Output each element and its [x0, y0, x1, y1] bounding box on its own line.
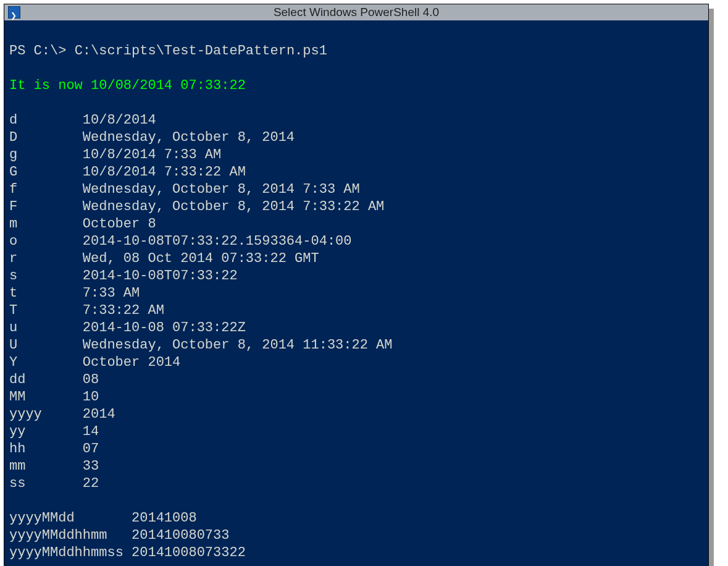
pattern-key: dd	[9, 371, 83, 389]
pattern-row: UWednesday, October 8, 2014 11:33:22 AM	[9, 337, 703, 354]
pattern-value: 10	[83, 389, 99, 405]
pattern-row: dd08	[9, 371, 703, 389]
pattern-value: 7:33:22 AM	[83, 303, 164, 318]
pattern-key: m	[9, 216, 83, 233]
pattern-key: o	[9, 233, 83, 250]
pattern-row: o2014-10-08T07:33:22.1593364-04:00	[9, 233, 703, 250]
pattern-row: YOctober 2014	[9, 354, 703, 371]
pattern-key: f	[9, 181, 83, 198]
pattern-key: yyyyMMddhhmm	[9, 527, 132, 544]
pattern-value: 201410080733	[132, 528, 229, 543]
pattern-row: yyyyMMdd20141008	[9, 510, 703, 527]
pattern-row: DWednesday, October 8, 2014	[9, 129, 703, 146]
pattern-key: yyyy	[9, 406, 83, 423]
pattern-key: yyyyMMdd	[9, 510, 132, 527]
pattern-key: r	[9, 250, 83, 268]
pattern-value: 10/8/2014 7:33 AM	[83, 147, 221, 163]
pattern-row: d10/8/2014	[9, 112, 703, 129]
pattern-value: 7:33 AM	[83, 285, 140, 301]
pattern-value: 20141008	[132, 510, 197, 526]
pattern-value: Wednesday, October 8, 2014 11:33:22 AM	[83, 337, 393, 353]
pattern-row: T7:33:22 AM	[9, 302, 703, 319]
pattern-key: G	[9, 164, 83, 181]
pattern-value: Wednesday, October 8, 2014 7:33 AM	[83, 182, 360, 197]
pattern-key: Y	[9, 354, 83, 371]
pattern-row: ss22	[9, 475, 703, 492]
pattern-value: 33	[83, 458, 99, 474]
pattern-value: Wednesday, October 8, 2014	[83, 130, 295, 145]
pattern-value: 2014-10-08T07:33:22	[83, 268, 238, 284]
pattern-key: MM	[9, 389, 83, 406]
powershell-window: Select Windows PowerShell 4.0 PS C:\> C:…	[4, 4, 709, 566]
command-line: PS C:\> C:\scripts\Test-DatePattern.ps1	[9, 43, 703, 60]
pattern-row: yyyyMMddhhmm201410080733	[9, 527, 703, 544]
command: C:\scripts\Test-DatePattern.ps1	[75, 43, 327, 59]
pattern-value: 10/8/2014 7:33:22 AM	[83, 164, 246, 180]
pattern-value: 2014-10-08T07:33:22.1593364-04:00	[83, 234, 352, 249]
pattern-value: 20141008073322	[132, 545, 246, 560]
now-line: It is now 10/08/2014 07:33:22	[9, 77, 703, 95]
pattern-row: rWed, 08 Oct 2014 07:33:22 GMT	[9, 250, 703, 268]
pattern-key: hh	[9, 441, 83, 458]
pattern-value: 14	[83, 424, 99, 439]
pattern-row: yyyy2014	[9, 406, 703, 423]
pattern-value: 22	[83, 476, 99, 491]
pattern-row: yy14	[9, 423, 703, 441]
pattern-key: yyyyMMddhhmmss	[9, 544, 132, 562]
pattern-row: mm33	[9, 458, 703, 475]
prompt: PS C:\>	[9, 43, 66, 59]
pattern-row: g10/8/2014 7:33 AM	[9, 146, 703, 164]
pattern-value: Wed, 08 Oct 2014 07:33:22 GMT	[83, 251, 319, 266]
pattern-value: Wednesday, October 8, 2014 7:33:22 AM	[83, 199, 384, 214]
pattern-row: G10/8/2014 7:33:22 AM	[9, 164, 703, 181]
pattern-row: FWednesday, October 8, 2014 7:33:22 AM	[9, 198, 703, 216]
pattern-row: MM10	[9, 389, 703, 406]
pattern-value: 08	[83, 372, 99, 387]
pattern-value: 10/8/2014	[83, 112, 156, 128]
powershell-icon	[8, 6, 20, 19]
pattern-value: 07	[83, 441, 99, 457]
pattern-row: u2014-10-08 07:33:22Z	[9, 319, 703, 337]
pattern-row: hh07	[9, 441, 703, 458]
pattern-key: s	[9, 268, 83, 285]
pattern-key: g	[9, 146, 83, 164]
pattern-key: F	[9, 198, 83, 216]
pattern-row: fWednesday, October 8, 2014 7:33 AM	[9, 181, 703, 198]
window-title: Select Windows PowerShell 4.0	[4, 4, 708, 21]
pattern-key: d	[9, 112, 83, 129]
pattern-key: mm	[9, 458, 83, 475]
pattern-value: October 8	[83, 216, 156, 232]
pattern-value: 2014	[83, 407, 115, 422]
pattern-value: October 2014	[83, 355, 180, 370]
pattern-key: U	[9, 337, 83, 354]
pattern-key: u	[9, 319, 83, 337]
pattern-value: 2014-10-08 07:33:22Z	[83, 320, 246, 336]
pattern-key: T	[9, 302, 83, 319]
terminal-output[interactable]: PS C:\> C:\scripts\Test-DatePattern.ps1 …	[4, 20, 708, 566]
titlebar[interactable]: Select Windows PowerShell 4.0	[4, 4, 708, 20]
pattern-key: yy	[9, 423, 83, 441]
pattern-row: yyyyMMddhhmmss20141008073322	[9, 544, 703, 562]
pattern-row: t7:33 AM	[9, 285, 703, 302]
pattern-key: t	[9, 285, 83, 302]
pattern-key: D	[9, 129, 83, 146]
pattern-row: s2014-10-08T07:33:22	[9, 268, 703, 285]
pattern-row: mOctober 8	[9, 216, 703, 233]
pattern-key: ss	[9, 475, 83, 492]
